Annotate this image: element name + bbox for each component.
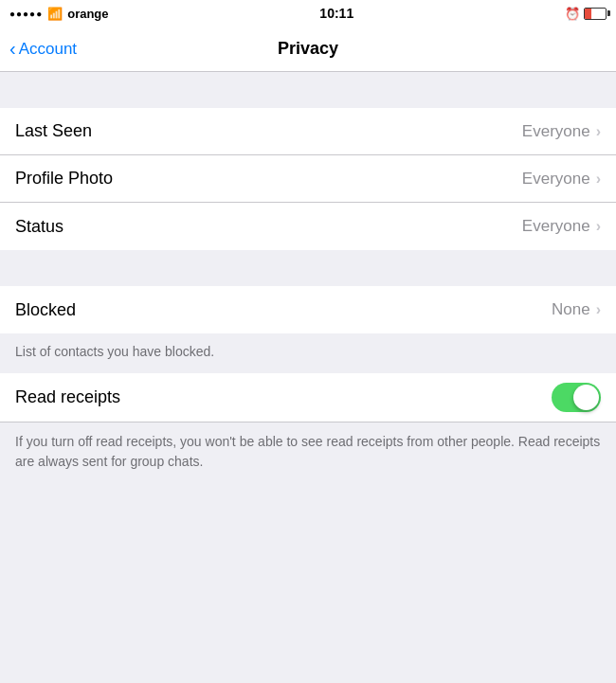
status-value: Everyone — [522, 217, 590, 236]
last-seen-value: Everyone — [522, 122, 590, 141]
blocked-value: None — [552, 300, 590, 319]
profile-photo-value-group: Everyone › — [522, 170, 601, 189]
battery-icon — [584, 8, 607, 20]
last-seen-value-group: Everyone › — [522, 122, 601, 141]
section-gap-top — [0, 72, 616, 108]
blocked-helper-text: List of contacts you have blocked. — [0, 333, 616, 373]
read-receipts-toggle[interactable] — [552, 383, 601, 412]
alarm-icon: ⏰ — [565, 7, 580, 21]
status-bar: ●●●●● 📶 orange 10:11 ⏰ — [0, 0, 616, 27]
profile-photo-label: Profile Photo — [15, 169, 113, 189]
wifi-icon: 📶 — [47, 7, 63, 21]
status-chevron-icon: › — [596, 218, 601, 235]
status-label: Status — [15, 217, 63, 237]
signal-dots: ●●●●● — [9, 9, 43, 19]
page-title: Privacy — [278, 39, 338, 59]
last-seen-chevron-icon: › — [596, 123, 601, 140]
back-label: Account — [19, 40, 77, 59]
read-receipts-row[interactable]: Read receipts — [0, 373, 616, 422]
read-receipts-footer: If you turn off read receipts, you won't… — [0, 422, 616, 487]
status-right: ⏰ — [565, 7, 607, 21]
last-seen-label: Last Seen — [15, 121, 92, 141]
back-button[interactable]: ‹ Account — [9, 40, 77, 59]
blocked-value-group: None › — [552, 300, 601, 319]
carrier-name: orange — [67, 7, 108, 21]
back-chevron-icon: ‹ — [9, 39, 16, 58]
blocked-label: Blocked — [15, 300, 76, 320]
status-left: ●●●●● 📶 orange — [9, 7, 109, 21]
profile-photo-row[interactable]: Profile Photo Everyone › — [0, 155, 616, 203]
read-receipts-label: Read receipts — [15, 387, 120, 407]
blocked-chevron-icon: › — [596, 301, 601, 318]
toggle-thumb — [573, 385, 599, 410]
profile-photo-chevron-icon: › — [596, 171, 601, 188]
privacy-section: Last Seen Everyone › Profile Photo Every… — [0, 108, 616, 250]
blocked-row[interactable]: Blocked None › — [0, 286, 616, 333]
last-seen-row[interactable]: Last Seen Everyone › — [0, 108, 616, 155]
profile-photo-value: Everyone — [522, 170, 590, 189]
blocked-section: Blocked None › — [0, 286, 616, 333]
status-value-group: Everyone › — [522, 217, 601, 236]
navigation-bar: ‹ Account Privacy — [0, 27, 616, 72]
section-gap-middle — [0, 250, 616, 286]
status-time: 10:11 — [319, 6, 353, 21]
status-row[interactable]: Status Everyone › — [0, 203, 616, 250]
battery-fill — [585, 9, 591, 19]
